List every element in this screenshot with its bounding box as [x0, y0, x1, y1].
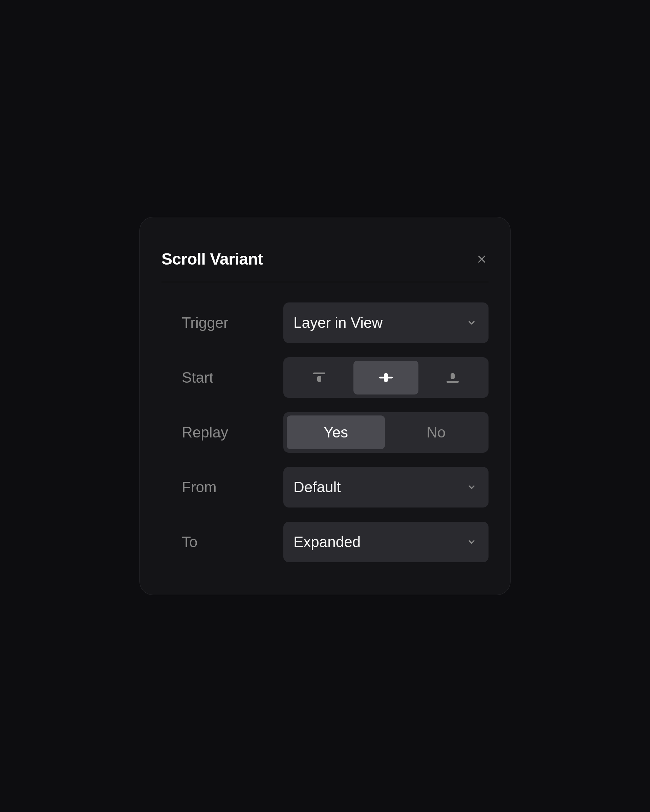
- to-select[interactable]: Expanded: [283, 522, 488, 562]
- to-label: To: [182, 534, 283, 551]
- replay-no-button[interactable]: No: [387, 415, 485, 449]
- to-value: Expanded: [294, 534, 361, 551]
- chevron-down-icon: [467, 318, 476, 328]
- start-segment: [283, 357, 488, 398]
- panel-title: Scroll Variant: [162, 250, 263, 268]
- align-top-icon: [311, 372, 327, 383]
- chevron-down-icon: [467, 482, 476, 492]
- close-button[interactable]: [475, 252, 488, 266]
- from-select[interactable]: Default: [283, 467, 488, 508]
- align-bottom-icon: [445, 372, 461, 383]
- svg-rect-6: [451, 373, 455, 379]
- replay-row: Replay Yes No: [162, 412, 488, 453]
- start-bottom-button[interactable]: [421, 361, 485, 394]
- start-row: Start: [162, 357, 488, 398]
- panel-header: Scroll Variant: [162, 250, 488, 282]
- svg-rect-5: [384, 373, 388, 382]
- from-label: From: [182, 479, 283, 496]
- from-value: Default: [294, 479, 341, 496]
- start-center-button[interactable]: [353, 361, 418, 394]
- scroll-variant-panel: Scroll Variant Trigger Layer in View Sta…: [139, 217, 511, 595]
- trigger-select[interactable]: Layer in View: [283, 302, 488, 343]
- svg-rect-7: [447, 381, 459, 383]
- align-center-icon: [378, 372, 394, 383]
- start-top-button[interactable]: [287, 361, 352, 394]
- replay-yes-button[interactable]: Yes: [287, 415, 385, 449]
- chevron-down-icon: [467, 537, 476, 547]
- start-label: Start: [182, 369, 283, 386]
- replay-label: Replay: [182, 424, 283, 441]
- to-row: To Expanded: [162, 522, 488, 562]
- close-icon: [477, 254, 487, 264]
- trigger-label: Trigger: [182, 314, 283, 331]
- trigger-value: Layer in View: [294, 314, 382, 331]
- from-row: From Default: [162, 467, 488, 508]
- trigger-row: Trigger Layer in View: [162, 302, 488, 343]
- replay-segment: Yes No: [283, 412, 488, 453]
- svg-rect-2: [313, 372, 325, 374]
- svg-rect-3: [317, 376, 321, 382]
